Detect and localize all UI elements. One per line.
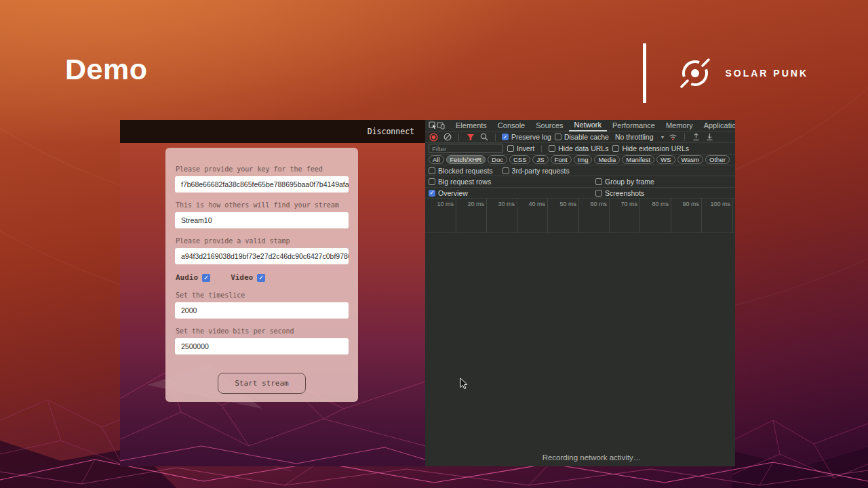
media-toggles: Audio Video: [176, 273, 349, 282]
timeslice-field[interactable]: [175, 302, 349, 319]
group-by-frame-toggle[interactable]: Group by frame: [595, 178, 654, 186]
chevron-down-icon: ▼: [660, 135, 665, 140]
chip-manifest[interactable]: Manifest: [622, 155, 654, 164]
page-title: Demo: [65, 53, 147, 86]
devtools-tabbar: Elements Console Sources Network Perform…: [425, 120, 735, 131]
group-by-frame-checkbox[interactable]: [595, 178, 602, 185]
hide-data-urls-label: Hide data URLs: [558, 144, 608, 152]
chip-css[interactable]: CSS: [509, 155, 531, 164]
stream-name-label: This is how others will find your stream: [176, 201, 349, 209]
throttling-dropdown[interactable]: No throttling ▼: [615, 133, 665, 141]
disconnect-button[interactable]: Disconnect: [368, 127, 414, 136]
device-toolbar-icon[interactable]: [437, 121, 445, 131]
audio-label: Audio: [176, 273, 198, 282]
ruler-tick: 50 ms: [548, 199, 579, 232]
disable-cache-checkbox[interactable]: [555, 134, 561, 140]
brand-lockup: SOLAR PUNK: [643, 43, 808, 103]
hide-extension-urls-checkbox[interactable]: [612, 145, 619, 152]
video-label: Video: [231, 273, 253, 282]
screenshots-checkbox[interactable]: [595, 190, 602, 197]
tab-console[interactable]: Console: [492, 120, 530, 131]
ruler-tick: 80 ms: [640, 199, 671, 232]
rows-options-row: Big request rows Group by frame: [425, 176, 735, 188]
ruler-tick: 90 ms: [671, 199, 702, 232]
export-har-icon[interactable]: [705, 132, 715, 142]
overview-options-row: Overview Screenshots: [425, 188, 735, 199]
tab-performance[interactable]: Performance: [607, 120, 660, 131]
chip-wasm[interactable]: Wasm: [677, 155, 704, 164]
chip-js[interactable]: JS: [532, 155, 548, 164]
app-header-bar: Disconnect: [120, 120, 425, 143]
filter-input[interactable]: [429, 144, 503, 153]
big-request-rows-checkbox[interactable]: [429, 178, 435, 185]
chip-ws[interactable]: WS: [656, 155, 675, 164]
hide-data-urls-checkbox[interactable]: [549, 145, 555, 152]
import-har-icon[interactable]: [691, 132, 701, 142]
third-party-toggle[interactable]: 3rd-party requests: [502, 167, 570, 175]
chip-img[interactable]: Img: [574, 155, 593, 164]
third-party-label: 3rd-party requests: [512, 167, 570, 175]
invert-checkbox[interactable]: [507, 145, 514, 152]
big-request-rows-label: Big request rows: [438, 178, 491, 186]
ruler-tick: 10 ms: [425, 199, 456, 232]
blocked-requests-checkbox[interactable]: [429, 167, 435, 174]
blocked-requests-label: Blocked requests: [438, 167, 493, 175]
stamp-field[interactable]: [175, 248, 349, 264]
invert-label: Invert: [517, 144, 534, 152]
big-request-rows-toggle[interactable]: Big request rows: [429, 178, 491, 186]
recording-message: Recording network activity…: [437, 453, 735, 462]
brand-name: SOLAR PUNK: [725, 68, 808, 79]
key-field[interactable]: [175, 176, 349, 192]
divider: [495, 134, 496, 141]
hide-extension-urls-toggle[interactable]: Hide extension URLs: [612, 144, 689, 152]
chip-doc[interactable]: Doc: [488, 155, 507, 164]
timeline-ruler[interactable]: 10 ms 20 ms 30 ms 40 ms 50 ms 60 ms 70 m…: [425, 199, 735, 233]
overview-toggle[interactable]: Overview: [429, 189, 468, 197]
chip-font[interactable]: Font: [551, 155, 572, 164]
record-icon[interactable]: [429, 132, 439, 142]
search-icon[interactable]: [479, 132, 489, 142]
overview-checkbox[interactable]: [429, 190, 435, 197]
filter-row: Invert Hide data URLs Hide extension URL…: [425, 143, 735, 155]
network-toolbar: Preserve log Disable cache No throttling…: [425, 131, 735, 143]
bitrate-field[interactable]: [175, 338, 349, 354]
divider: [458, 134, 459, 141]
devtools-panel: Elements Console Sources Network Perform…: [425, 120, 735, 466]
hide-data-urls-toggle[interactable]: Hide data URLs: [549, 144, 608, 152]
audio-checkbox[interactable]: [202, 274, 210, 282]
stream-name-field[interactable]: [175, 212, 349, 228]
preserve-log-checkbox[interactable]: [502, 134, 509, 140]
preserve-log-label: Preserve log: [511, 133, 551, 141]
ruler-tick: 40 ms: [517, 199, 548, 232]
chip-fetch-xhr[interactable]: Fetch/XHR: [446, 155, 486, 164]
solar-punk-logo-icon: [675, 53, 715, 94]
third-party-checkbox[interactable]: [502, 167, 509, 174]
network-conditions-icon[interactable]: [668, 132, 678, 142]
network-empty-state: Recording network activity… Perform a re…: [437, 453, 735, 466]
divider: [684, 134, 685, 141]
chip-all[interactable]: All: [429, 155, 444, 164]
video-checkbox[interactable]: [257, 274, 265, 282]
ruler-tick: 70 ms: [610, 199, 640, 232]
invert-toggle[interactable]: Invert: [507, 144, 534, 152]
blocked-requests-toggle[interactable]: Blocked requests: [429, 167, 493, 175]
stream-app-window: Disconnect Please provide your key for t…: [120, 120, 425, 466]
chip-media[interactable]: Media: [594, 155, 620, 164]
start-stream-button[interactable]: Start stream: [218, 373, 306, 394]
tab-sources[interactable]: Sources: [530, 120, 568, 131]
tab-elements[interactable]: Elements: [450, 120, 492, 131]
tab-memory[interactable]: Memory: [660, 120, 698, 131]
screenshots-toggle[interactable]: Screenshots: [595, 189, 644, 197]
filter-funnel-icon[interactable]: [465, 132, 475, 142]
divider: [541, 145, 542, 152]
clear-icon[interactable]: [442, 132, 452, 142]
tab-network[interactable]: Network: [569, 120, 607, 131]
inspect-element-icon[interactable]: [429, 121, 437, 131]
disable-cache-toggle[interactable]: Disable cache: [555, 133, 609, 141]
screenshots-label: Screenshots: [605, 189, 644, 197]
timeslice-label: Set the timeslice: [176, 291, 349, 299]
tab-application[interactable]: Application: [698, 120, 735, 131]
chip-other[interactable]: Other: [705, 155, 730, 164]
preserve-log-toggle[interactable]: Preserve log: [502, 133, 551, 141]
bitrate-label: Set the video bits per second: [176, 327, 349, 335]
